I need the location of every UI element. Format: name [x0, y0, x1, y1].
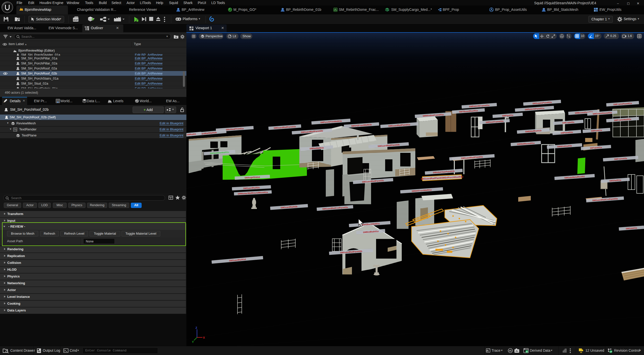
svg-text:Y: Y [192, 340, 194, 343]
svg-text:X: X [203, 336, 205, 339]
svg-text:Z: Z [195, 326, 197, 329]
svg-text:4C3T: 4C3T [73, 19, 78, 21]
